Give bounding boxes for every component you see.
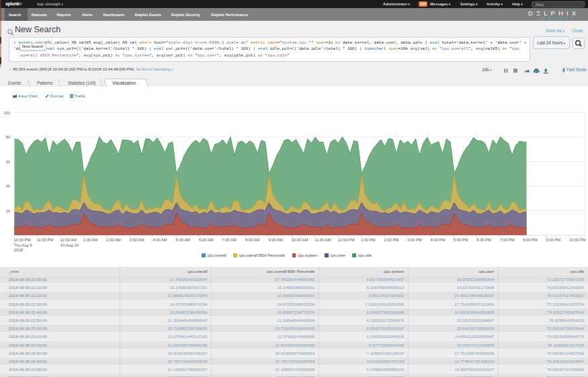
svg-text:3:00 AM: 3:00 AM <box>130 238 144 242</box>
svg-text:7:00 PM: 7:00 PM <box>500 238 515 242</box>
svg-text:11:00 AM: 11:00 AM <box>314 238 331 242</box>
svg-text:10:00 PM: 10:00 PM <box>14 238 31 242</box>
svg-text:10:00 AM: 10:00 AM <box>292 238 308 242</box>
svg-text:Thu Aug 9: Thu Aug 9 <box>14 243 32 247</box>
svg-text:1:00 AM: 1:00 AM <box>83 238 97 242</box>
svg-text:6:00 AM: 6:00 AM <box>199 238 213 242</box>
svg-text:4:00 PM: 4:00 PM <box>430 238 445 242</box>
svg-text:9:00 AM: 9:00 AM <box>268 238 282 242</box>
svg-text:6:00 PM: 6:00 PM <box>476 238 491 242</box>
svg-text:100: 100 <box>3 111 10 115</box>
svg-text:5:00 PM: 5:00 PM <box>454 238 468 242</box>
svg-text:12:00 AM: 12:00 AM <box>60 238 77 242</box>
svg-text:4:00 AM: 4:00 AM <box>153 238 167 242</box>
svg-text:80: 80 <box>6 135 10 139</box>
svg-text:1:00 PM: 1:00 PM <box>361 238 376 242</box>
svg-text:12:00 PM: 12:00 PM <box>338 238 355 242</box>
svg-text:40: 40 <box>6 184 10 188</box>
svg-text:11:00 PM: 11:00 PM <box>37 238 54 242</box>
svg-text:3:00 PM: 3:00 PM <box>407 238 422 242</box>
svg-text:5:00 AM: 5:00 AM <box>176 238 190 242</box>
svg-text:2018: 2018 <box>14 248 23 252</box>
svg-text:60: 60 <box>6 160 10 164</box>
svg-text:20: 20 <box>6 209 10 213</box>
svg-text:Fri Aug 10: Fri Aug 10 <box>61 243 79 247</box>
svg-text:10:00 PM: 10:00 PM <box>569 238 586 242</box>
svg-text:2:00 PM: 2:00 PM <box>384 238 399 242</box>
svg-text:7:00 AM: 7:00 AM <box>222 238 237 242</box>
svg-text:2:00 AM: 2:00 AM <box>106 238 120 242</box>
svg-text:9:00 PM: 9:00 PM <box>546 238 561 242</box>
svg-text:8:00 PM: 8:00 PM <box>523 238 538 242</box>
svg-text:8:00 AM: 8:00 AM <box>245 238 259 242</box>
